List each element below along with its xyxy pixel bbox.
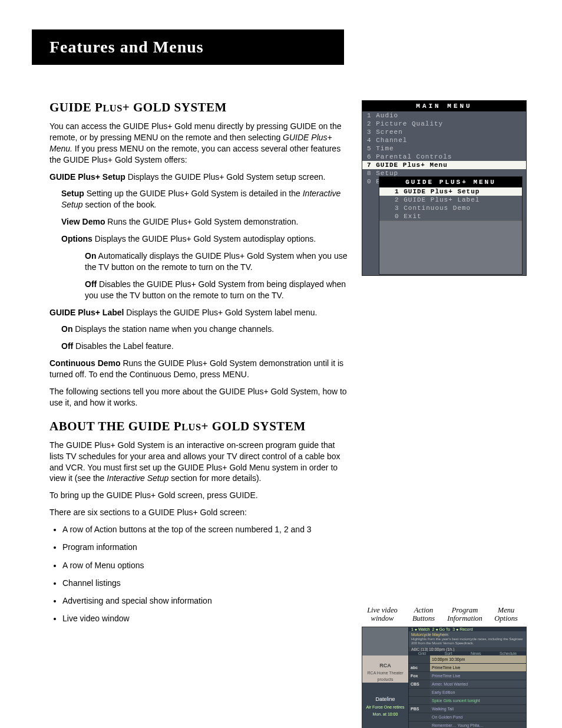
main-menu-screenshot: MAIN MENU 1 Audio 2 Picture Quality 3 Sc… xyxy=(362,100,527,276)
menu-item: 2 GUIDE Plus+ Label xyxy=(379,196,522,204)
guide-plus-submenu: GUIDE PLUS+ MENU 1 GUIDE Plus+ Setup 2 G… xyxy=(379,176,523,275)
chapter-title: Features and Menus xyxy=(49,38,344,57)
program-info: Motorcycle Mayhem: Highlights from the y… xyxy=(409,631,526,647)
figure-label: Menu Options xyxy=(485,606,527,623)
body-text: To bring up the GUIDE Plus+ Gold screen,… xyxy=(49,490,349,501)
menu-header: MAIN MENU xyxy=(362,101,526,111)
list-item: A row of Action buttons at the top of th… xyxy=(62,524,349,535)
definition-item: Setup Setting up the GUIDE Plus+ Gold Sy… xyxy=(61,188,349,210)
figure-label: Live video window xyxy=(362,606,403,623)
list-item: Live video window xyxy=(62,613,349,624)
section-heading-about-guide-plus: ABOUT THE GUIDE PLUS+ GOLD SYSTEM xyxy=(49,419,349,434)
menu-item: 0 Exit xyxy=(379,212,522,220)
body-text: The following sections tell you more abo… xyxy=(49,386,349,409)
definition-item: Off Disables the GUIDE Plus+ Gold System… xyxy=(85,279,349,301)
channel-info-row: ABC [13] 10:00pm (1h.) xyxy=(409,647,526,651)
definition-item: On Automatically displays the GUIDE Plus… xyxy=(85,251,349,273)
section-heading-guide-plus-gold: GUIDE PLUS+ GOLD SYSTEM xyxy=(49,100,349,115)
live-video-window xyxy=(362,627,408,655)
list-item: Advertising and special show information xyxy=(62,595,349,606)
channel-listings: abc Fox CBS PBS 10:00pm 10:30pm xyxy=(409,655,526,728)
figure-label: Program Information xyxy=(444,606,485,623)
definition-item: GUIDE Plus+ Label Displays the GUIDE Plu… xyxy=(49,307,349,318)
list-item: Channel listings xyxy=(62,578,349,588)
chapter-title-band: Features and Menus xyxy=(32,29,344,65)
definition-item: Continuous Demo Runs the GUIDE Plus+ Gol… xyxy=(49,358,349,380)
menu-header: GUIDE PLUS+ MENU xyxy=(379,177,522,187)
figure-label: Action Buttons xyxy=(403,606,444,623)
body-text: There are six sections to a GUIDE Plus+ … xyxy=(49,507,349,518)
menu-item: 6 Parental Controls xyxy=(362,153,526,161)
menu-item-selected: 7 GUIDE Plus+ Menu xyxy=(362,161,526,169)
definition-item: View Demo Runs the GUIDE Plus+ Gold Syst… xyxy=(61,216,349,228)
menu-item: 2 Picture Quality xyxy=(362,120,526,128)
list-item: A row of Menu options xyxy=(62,560,349,571)
definition-item: On Displays the station name when you ch… xyxy=(61,324,349,335)
menu-item: 4 Channel xyxy=(362,136,526,144)
ad-panel: Dateline Air Force One retires Mon. at 1… xyxy=(362,683,408,728)
action-buttons-row: 1 ● Watch 2 ● Go To 3 ● Record xyxy=(409,627,526,631)
definition-item: GUIDE Plus+ Setup Displays the GUIDE Plu… xyxy=(49,172,349,183)
body-text: You can access the GUIDE Plus+ Gold menu… xyxy=(49,121,349,166)
definition-item: Off Disables the Label feature. xyxy=(61,341,349,352)
bullet-list: A row of Action buttons at the top of th… xyxy=(49,524,349,624)
menu-item-selected: 1 GUIDE Plus+ Setup xyxy=(379,187,522,196)
body-text: The GUIDE Plus+ Gold System is an intera… xyxy=(49,440,349,485)
menu-item: 1 Audio xyxy=(362,111,526,120)
menu-item: 3 Screen xyxy=(362,128,526,136)
guide-screen-figure: Live video window Action Buttons Program… xyxy=(362,606,527,728)
list-item: Program information xyxy=(62,542,349,552)
guide-screen-mock: RCA RCA Home Theater products Dateline A… xyxy=(362,627,527,728)
menu-item: 5 Time xyxy=(362,144,526,153)
menu-options-row: Grid Sort News Schedule xyxy=(409,651,526,655)
menu-item: 3 Continuous Demo xyxy=(379,204,522,212)
ad-panel: RCA RCA Home Theater products xyxy=(362,655,408,683)
definition-item: Options Displays the GUIDE Plus+ Gold Sy… xyxy=(61,233,349,245)
